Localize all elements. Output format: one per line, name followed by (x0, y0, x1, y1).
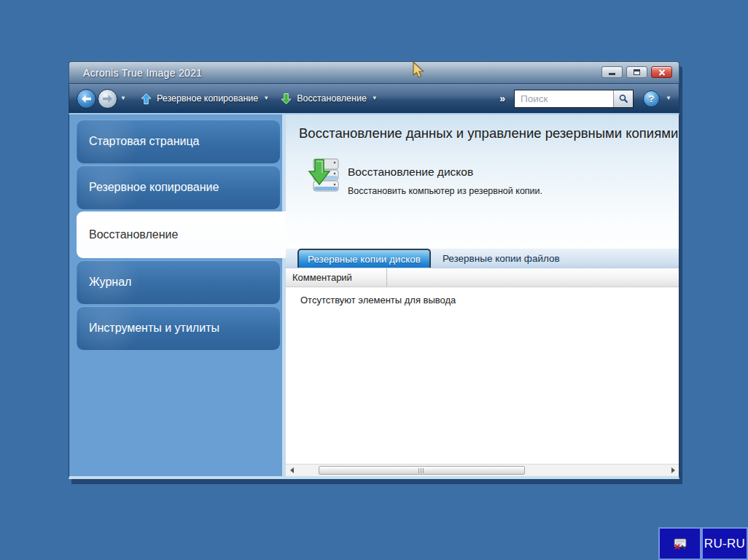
titlebar[interactable]: Acronis True Image 2021 (69, 61, 679, 84)
search-input[interactable] (515, 90, 613, 107)
column-header-comment[interactable]: Комментарий (286, 268, 387, 287)
forward-arrow-icon (103, 95, 112, 103)
window-title: Acronis True Image 2021 (83, 67, 202, 79)
main-area: Стартовая страница Резервное копирование… (69, 114, 679, 479)
sidebar: Стартовая страница Резервное копирование… (69, 114, 286, 476)
list-header-row: Комментарий (286, 268, 679, 287)
close-button[interactable] (651, 66, 672, 78)
backup-menu-button[interactable]: Резервное копирование ▼ (141, 93, 269, 104)
recover-disks-link[interactable]: Восстановление дисков (348, 166, 473, 179)
recovery-menu-caret: ▼ (372, 96, 378, 101)
recover-disks-description: Восстановить компьютер из резервной копи… (348, 186, 542, 196)
search-icon (619, 94, 628, 104)
sidebar-item-tools[interactable]: Инструменты и утилиты (77, 306, 280, 350)
toolbar-overflow-chevron[interactable]: » (499, 93, 504, 104)
backup-menu-label: Резервное копирование (157, 93, 258, 104)
history-dropdown-caret[interactable]: ▼ (120, 96, 126, 101)
sidebar-item-label: Восстановление (89, 228, 178, 241)
sidebar-item-recovery[interactable]: Восстановление (77, 211, 286, 258)
language-indicator[interactable]: RU-RU (701, 527, 748, 560)
search-box (514, 90, 634, 108)
tab-label: Резервные копии дисков (308, 254, 421, 265)
tab-disk-backups[interactable]: Резервные копии дисков (297, 249, 431, 268)
horizontal-scrollbar[interactable] (286, 464, 679, 476)
language-code: RU-RU (704, 537, 745, 551)
help-button[interactable]: ? (643, 90, 660, 107)
empty-list-message: Отсутствуют элементы для вывода (300, 295, 456, 306)
app-window: Acronis True Image 2021 ▼ Резервное копи… (69, 61, 679, 479)
keyboard-icon (671, 537, 689, 551)
forward-button[interactable] (98, 89, 117, 109)
tab-strip: Резервные копии дисков Резервные копии ф… (286, 249, 679, 268)
maximize-icon (634, 69, 640, 75)
sidebar-item-label: Стартовая страница (89, 135, 199, 148)
maximize-button[interactable] (626, 66, 647, 78)
sidebar-item-label: Резервное копирование (89, 181, 219, 194)
recovery-menu-button[interactable]: Восстановление ▼ (281, 93, 378, 104)
desktop: Acronis True Image 2021 ▼ Резервное копи… (0, 0, 748, 560)
recovery-menu-label: Восстановление (297, 93, 367, 104)
minimize-button[interactable] (601, 66, 623, 78)
sidebar-item-backup[interactable]: Резервное копирование (77, 166, 280, 209)
sidebar-item-label: Инструменты и утилиты (89, 322, 219, 335)
recovery-down-arrow-icon (281, 93, 292, 104)
back-button[interactable] (77, 89, 96, 109)
sidebar-item-log[interactable]: Журнал (77, 260, 280, 304)
sidebar-item-label: Журнал (89, 276, 131, 289)
toolbar: ▼ Резервное копирование ▼ Восстановление… (69, 84, 679, 114)
minimize-icon (609, 73, 615, 75)
backup-menu-caret: ▼ (263, 96, 269, 101)
scroll-left-button[interactable] (286, 464, 297, 476)
keyboard-layout-button[interactable] (658, 527, 701, 560)
scroll-left-icon (290, 467, 294, 473)
close-icon (658, 69, 666, 76)
tab-file-backups[interactable]: Резервные копии файлов (432, 249, 570, 268)
scroll-right-button[interactable] (667, 464, 679, 476)
disk-recovery-icon (308, 157, 341, 195)
backup-up-arrow-icon (141, 93, 152, 104)
help-icon: ? (649, 93, 655, 104)
language-bar: RU-RU (658, 527, 748, 560)
window-controls (601, 66, 672, 78)
back-arrow-icon (82, 95, 91, 103)
page-title: Восстановление данных и управление резер… (299, 125, 678, 141)
help-dropdown-caret[interactable]: ▼ (666, 96, 671, 101)
tab-label: Резервные копии файлов (443, 253, 560, 264)
sidebar-item-start-page[interactable]: Стартовая страница (77, 120, 280, 163)
scrollbar-thumb[interactable] (319, 466, 525, 475)
search-button[interactable] (613, 90, 633, 107)
scrollbar-grip-icon (418, 468, 425, 473)
scroll-right-icon (671, 467, 675, 473)
content-panel: Восстановление данных и управление резер… (286, 114, 679, 476)
